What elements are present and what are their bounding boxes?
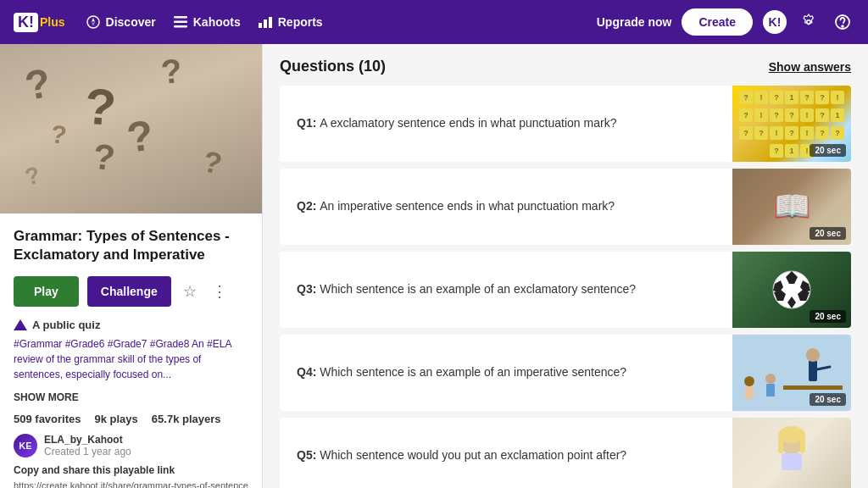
question-text: Q3: Which sentence is an example of an e…	[280, 268, 732, 312]
question-card[interactable]: Q1: A exclamatory sentence ends in what …	[280, 86, 851, 162]
svg-rect-24	[745, 386, 754, 399]
author-info: ELA_by_Kahoot Created 1 year ago	[44, 434, 131, 458]
question-label: Q5:	[297, 448, 320, 462]
show-more-button[interactable]: SHOW MORE	[14, 391, 79, 403]
question-text: Q2: An imperative sentence ends in what …	[280, 185, 732, 229]
question-label: Q3:	[297, 282, 320, 296]
svg-rect-4	[174, 21, 187, 24]
question-text: Q4: Which sentence is an example of an i…	[280, 351, 732, 395]
question-label: Q4:	[297, 365, 320, 379]
players-count: 65.7k players	[152, 413, 221, 425]
author-date: Created 1 year ago	[44, 446, 131, 458]
nav-kahoots-label: Kahoots	[193, 15, 241, 29]
question-image: ?!?1 ??!? !??! ?1?? !?!? ??1! 20 sec	[732, 86, 851, 162]
nav-discover[interactable]: Discover	[86, 14, 156, 30]
sidebar-content: Grammar: Types of Sentences - Exclamator…	[0, 214, 262, 488]
question-body: Which sentence is an example of an imper…	[320, 365, 626, 379]
question-text: Q1: A exclamatory sentence ends in what …	[280, 102, 732, 146]
plays-count: 9k plays	[95, 413, 138, 425]
more-options-button[interactable]: ⋮	[209, 279, 231, 304]
copy-link-url: https://create.kahoot.it/share/grammar-t…	[14, 480, 248, 488]
logo-plus-label: Plus	[40, 15, 65, 29]
svg-marker-2	[92, 22, 95, 26]
question-card[interactable]: Q3: Which sentence is an example of an e…	[280, 252, 851, 328]
svg-rect-31	[782, 453, 802, 470]
question-card[interactable]: Q4: Which sentence is an example of an i…	[280, 335, 851, 411]
question-body: Which sentence would you put an exclamat…	[320, 448, 626, 462]
question-label: Q1:	[297, 116, 320, 130]
question-label: Q2:	[297, 199, 320, 213]
k-logo-icon[interactable]: K!	[763, 10, 787, 34]
sidebar: ? ? ? ? ? ? ? ? Grammar: Types of Senten…	[0, 44, 263, 488]
sidebar-stats: 509 favorites 9k plays 65.7k players	[14, 413, 248, 425]
question-image: 📖 20 sec	[732, 169, 851, 245]
sidebar-buttons: Play Challenge ☆ ⋮	[14, 276, 248, 307]
question-card[interactable]: Q2: An imperative sentence ends in what …	[280, 169, 851, 245]
svg-marker-1	[92, 18, 95, 22]
main-layout: ? ? ? ? ? ? ? ? Grammar: Types of Senten…	[0, 44, 868, 488]
time-badge: 20 sec	[810, 144, 846, 157]
svg-rect-7	[264, 19, 267, 28]
svg-point-20	[806, 348, 820, 362]
question-image	[732, 418, 851, 488]
play-button[interactable]: Play	[14, 276, 79, 307]
nav-reports[interactable]: Reports	[258, 14, 323, 30]
arrow-up-icon	[14, 319, 27, 330]
sidebar-title: Grammar: Types of Sentences - Exclamator…	[14, 227, 248, 264]
question-image: 20 sec	[732, 335, 851, 411]
svg-rect-5	[174, 25, 187, 28]
svg-point-10	[842, 25, 843, 27]
question-image: 20 sec	[732, 252, 851, 328]
logo-k-icon: K!	[14, 13, 38, 32]
question-text: Q5: Which sentence would you put an excl…	[280, 434, 732, 478]
header: K!Plus Discover Kahoots Reports Upgrade …	[0, 0, 868, 44]
challenge-button[interactable]: Challenge	[87, 276, 171, 307]
quiz-type-label: A public quiz	[32, 319, 100, 331]
svg-rect-29	[778, 436, 783, 453]
soccer-ball-icon	[771, 269, 813, 311]
author-name: ELA_by_Kahoot	[44, 434, 131, 446]
sidebar-type: A public quiz	[14, 319, 248, 331]
compass-icon	[86, 14, 101, 30]
svg-rect-6	[259, 23, 262, 28]
content-header: Questions (10) Show answers	[280, 58, 851, 75]
favorite-button[interactable]: ☆	[180, 279, 200, 304]
nav-reports-label: Reports	[278, 15, 323, 29]
svg-rect-30	[800, 436, 805, 453]
settings-icon[interactable]	[797, 10, 821, 34]
author-avatar: KE	[14, 434, 37, 458]
svg-point-23	[744, 376, 754, 386]
question-body: An imperative sentence ends in what punc…	[320, 199, 615, 213]
nav-kahoots[interactable]: Kahoots	[173, 14, 241, 30]
help-icon[interactable]	[831, 10, 854, 34]
svg-rect-8	[269, 17, 272, 28]
questions-title: Questions (10)	[280, 58, 386, 75]
sidebar-tags: #Grammar #Grade6 #Grade7 #Grade8 An #ELA…	[14, 336, 248, 382]
bar-chart-icon	[258, 14, 273, 30]
girl-icon	[758, 426, 826, 485]
question-body: Which sentence is an example of an excla…	[320, 282, 636, 296]
header-right: Upgrade now Create K!	[597, 8, 854, 36]
nav-discover-label: Discover	[106, 15, 156, 29]
upgrade-button[interactable]: Upgrade now	[597, 15, 672, 29]
question-card[interactable]: Q5: Which sentence would you put an excl…	[280, 418, 851, 488]
svg-rect-3	[174, 16, 187, 19]
sidebar-cover-image: ? ? ? ? ? ? ? ?	[0, 44, 262, 214]
time-badge: 20 sec	[810, 310, 846, 323]
time-badge: 20 sec	[810, 393, 846, 406]
create-button[interactable]: Create	[682, 8, 753, 36]
sidebar-author: KE ELA_by_Kahoot Created 1 year ago	[14, 434, 248, 458]
content: Questions (10) Show answers Q1: A exclam…	[263, 44, 868, 488]
copy-link-label: Copy and share this playable link	[14, 464, 248, 476]
favorites-count: 509 favorites	[14, 413, 81, 425]
time-badge: 20 sec	[810, 227, 846, 240]
logo[interactable]: K!Plus	[14, 13, 65, 32]
show-answers-button[interactable]: Show answers	[769, 60, 851, 74]
svg-rect-26	[766, 384, 775, 396]
svg-rect-22	[783, 385, 843, 390]
list-icon	[173, 14, 188, 30]
book-icon: 📖	[773, 189, 811, 225]
nav: Discover Kahoots Reports	[86, 14, 576, 30]
question-body: A exclamatory sentence ends in what punc…	[320, 116, 616, 130]
svg-point-25	[765, 374, 776, 384]
